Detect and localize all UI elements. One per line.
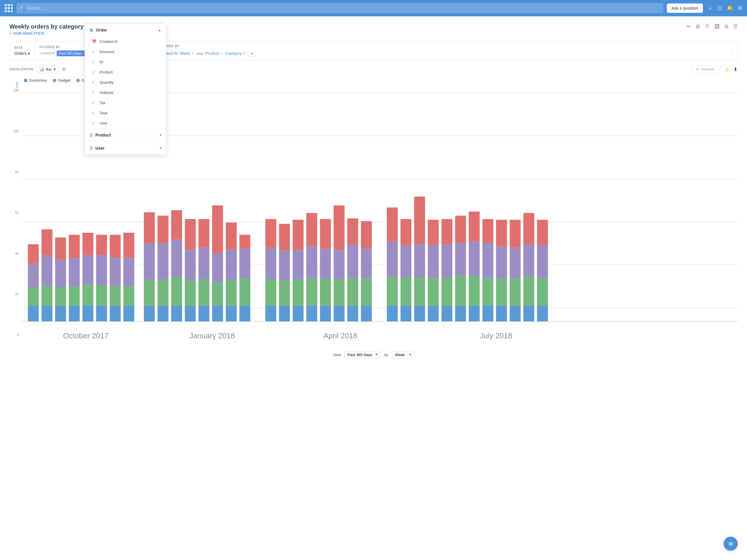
doohickey-color bbox=[24, 79, 27, 82]
compass-button[interactable]: ⊕ bbox=[724, 537, 738, 551]
field-created-at[interactable]: 📅 Created At bbox=[85, 36, 166, 47]
svg-rect-77 bbox=[279, 306, 290, 321]
hash-icon-2: # bbox=[92, 60, 97, 64]
svg-rect-84 bbox=[293, 220, 304, 250]
field-tax[interactable]: # Tax bbox=[85, 98, 166, 108]
svg-rect-16 bbox=[55, 287, 66, 306]
svg-rect-58 bbox=[199, 248, 209, 279]
svg-rect-153 bbox=[537, 220, 548, 245]
search-bar[interactable]: 🔍 bbox=[16, 3, 663, 14]
filter-value: Created At Past 365 Days ✕ bbox=[40, 50, 89, 56]
field-user[interactable]: ⟨⟩ User bbox=[85, 118, 166, 128]
bottom-view-controls: View Past 365 Days Past 30 Days Past 7 D… bbox=[9, 351, 738, 358]
svg-rect-98 bbox=[347, 278, 358, 306]
svg-rect-33 bbox=[110, 258, 121, 286]
filter-tag[interactable]: Past 365 Days ✕ bbox=[57, 50, 89, 56]
data-label: DATA bbox=[14, 46, 30, 49]
remove-category-icon[interactable]: ✕ bbox=[243, 51, 246, 55]
ask-question-button[interactable]: Ask a question bbox=[667, 3, 703, 13]
svg-rect-145 bbox=[510, 220, 520, 248]
download-icon[interactable]: ⬇ bbox=[733, 66, 738, 73]
search-icon: 🔍 bbox=[20, 6, 25, 10]
field-discount[interactable]: # Discount bbox=[85, 47, 166, 57]
field-total[interactable]: # Total bbox=[85, 108, 166, 118]
grouped-by-section: GROUPED BY Created At: Week ✕ and Produc… bbox=[153, 42, 727, 60]
y-axis-label: Count bbox=[15, 82, 18, 90]
svg-rect-66 bbox=[226, 250, 237, 280]
image-icon[interactable]: 🖼 bbox=[715, 24, 720, 30]
history-icon[interactable]: ⏱ bbox=[705, 24, 710, 30]
edit-icon[interactable]: ✏ bbox=[687, 23, 691, 30]
order-section-header[interactable]: ⊞ Order ▲ bbox=[85, 24, 166, 36]
header-icons: ✏ ⊞ ⏱ 🖼 ⧉ ☰ bbox=[687, 23, 738, 30]
svg-rect-56 bbox=[199, 306, 209, 321]
svg-rect-96 bbox=[334, 205, 344, 250]
user-section-header[interactable]: ⟨⟩ User ▾ bbox=[85, 142, 166, 155]
gadget-color bbox=[53, 79, 56, 82]
remove-created-at-icon[interactable]: ✕ bbox=[191, 51, 194, 55]
svg-rect-52 bbox=[185, 306, 196, 321]
group-tag-category[interactable]: Category ✕ bbox=[225, 51, 246, 56]
settings-icon[interactable]: ⚙ bbox=[738, 5, 742, 11]
svg-rect-70 bbox=[239, 248, 250, 278]
toolbar-more-button[interactable]: ··· bbox=[727, 46, 737, 56]
expand-icon[interactable]: ⊞ bbox=[696, 23, 700, 30]
bar-chart-icon: 📊 bbox=[40, 67, 44, 72]
svg-rect-34 bbox=[110, 235, 121, 258]
add-icon[interactable]: ＋ bbox=[707, 5, 713, 12]
orders-dropdown[interactable]: Orders ▾ bbox=[14, 51, 30, 56]
svg-rect-25 bbox=[83, 255, 93, 285]
svg-rect-78 bbox=[279, 281, 290, 306]
filter-name: Created At bbox=[40, 51, 55, 55]
compass-icon: ⊕ bbox=[728, 540, 733, 547]
svg-rect-10 bbox=[28, 244, 38, 263]
svg-rect-136 bbox=[482, 243, 493, 278]
svg-rect-48 bbox=[171, 306, 182, 321]
svg-rect-92 bbox=[320, 219, 331, 248]
svg-rect-88 bbox=[306, 213, 317, 246]
hash-icon: # bbox=[92, 50, 97, 54]
svg-rect-91 bbox=[320, 248, 331, 279]
refresh-button[interactable]: ↻ Refresh bbox=[691, 65, 719, 74]
search-input[interactable] bbox=[27, 6, 660, 10]
data-section: DATA Orders ▾ bbox=[10, 43, 35, 59]
add-group-button[interactable]: ＋ bbox=[248, 50, 256, 57]
period-select[interactable]: Past 365 Days Past 30 Days Past 7 Days bbox=[344, 351, 381, 358]
svg-rect-97 bbox=[347, 306, 358, 321]
svg-rect-41 bbox=[144, 280, 155, 306]
svg-rect-148 bbox=[523, 244, 534, 276]
svg-rect-147 bbox=[523, 276, 534, 306]
svg-rect-131 bbox=[469, 276, 480, 306]
field-quantity[interactable]: # Quantity bbox=[85, 77, 166, 87]
grouped-value: Created At: Week ✕ and Product ◁ Categor… bbox=[158, 50, 722, 57]
svg-rect-127 bbox=[455, 276, 466, 306]
visualization-settings-icon[interactable]: ⚙ bbox=[62, 66, 66, 72]
menu-icon[interactable]: ☰ bbox=[733, 23, 738, 30]
svg-rect-40 bbox=[144, 306, 155, 321]
by-select[interactable]: Week Month Day bbox=[392, 351, 414, 358]
field-id[interactable]: # ID bbox=[85, 57, 166, 67]
svg-rect-93 bbox=[334, 306, 344, 321]
svg-rect-54 bbox=[185, 250, 196, 280]
svg-rect-47 bbox=[158, 216, 169, 243]
group-tag-product[interactable]: Product ◁ bbox=[205, 51, 223, 56]
svg-rect-76 bbox=[265, 219, 276, 248]
svg-rect-24 bbox=[83, 285, 93, 306]
app-logo[interactable] bbox=[5, 4, 13, 12]
subtitle-stack-icon: ≡ bbox=[9, 31, 12, 35]
field-product[interactable]: ⟨⟩ Product bbox=[85, 67, 166, 77]
data-value: Orders ▾ bbox=[14, 51, 30, 56]
grouped-tags: Created At: Week ✕ and Product ◁ Categor… bbox=[158, 50, 722, 57]
by-label: by bbox=[384, 353, 388, 357]
field-subtotal[interactable]: # Subtotal bbox=[85, 87, 166, 98]
visualization-type-selector[interactable]: 📊 Bar ▾ bbox=[37, 65, 58, 73]
bell-icon[interactable]: 🔔 bbox=[727, 5, 733, 11]
svg-rect-106 bbox=[387, 306, 398, 321]
svg-rect-51 bbox=[171, 210, 182, 240]
svg-rect-134 bbox=[482, 306, 493, 321]
svg-rect-115 bbox=[414, 278, 425, 306]
layers-icon[interactable]: ⧉ bbox=[724, 24, 728, 30]
topnav-right: Ask a question ＋ ⊡ 🔔 ⚙ bbox=[667, 3, 742, 13]
bookmark-icon[interactable]: ⊡ bbox=[718, 5, 722, 11]
product-section-header[interactable]: ⟨⟩ Product ▾ bbox=[85, 129, 166, 141]
